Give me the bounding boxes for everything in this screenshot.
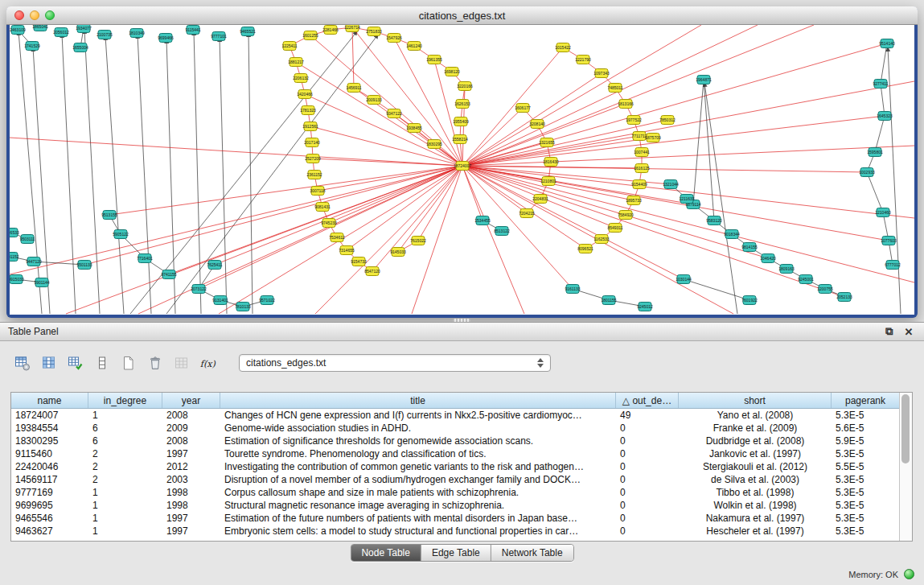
cell-short[interactable]: Stergiakouli et al. (2012) xyxy=(679,460,832,473)
graph-node[interactable]: 1321044 xyxy=(663,180,679,189)
graph-node[interactable]: 9571022 xyxy=(259,296,275,305)
cell-name[interactable]: 19384554 xyxy=(11,422,88,435)
cell-out_degree[interactable]: 0 xyxy=(616,473,679,486)
graph-node[interactable]: 9154409 xyxy=(631,180,647,189)
graph-node[interactable]: 1595801 xyxy=(867,148,883,157)
graph-node[interactable]: 7810133 xyxy=(235,303,251,311)
graph-node[interactable]: 1046420 xyxy=(760,254,776,263)
graph-node[interactable]: 1810349 xyxy=(129,29,145,38)
graph-node[interactable]: 2606533 xyxy=(10,229,19,237)
table-row[interactable]: 946554611997Estimation of the future num… xyxy=(11,512,899,525)
graph-node[interactable]: 7584920 xyxy=(618,211,634,220)
cell-in_degree[interactable]: 2 xyxy=(88,460,162,473)
column-header-name[interactable]: name xyxy=(11,393,88,408)
graph-node[interactable]: 9145033 xyxy=(390,248,406,257)
graph-node[interactable]: 2751833 xyxy=(366,27,382,36)
graph-node[interactable]: 1934077 xyxy=(76,25,92,33)
graph-node[interactable]: 7625411 xyxy=(207,261,222,270)
graph-node[interactable]: 9277411 xyxy=(873,80,888,89)
cell-in_degree[interactable]: 1 xyxy=(88,512,162,525)
table-scrollbar[interactable] xyxy=(899,393,912,541)
graph-node[interactable]: 1801155 xyxy=(601,296,616,305)
graph-node[interactable]: 7485011 xyxy=(607,84,622,93)
graph-node[interactable]: 1097343 xyxy=(593,69,610,78)
cell-pagerank[interactable]: 5.3E-5 xyxy=(832,499,899,512)
graph-node[interactable]: 1809163 xyxy=(778,265,795,274)
graph-node[interactable]: 1606177 xyxy=(515,104,531,113)
column-header-short[interactable]: short xyxy=(679,393,832,408)
graph-node[interactable]: 1077603 xyxy=(881,237,897,245)
graph-node[interactable]: 1558214 xyxy=(452,135,468,144)
graph-node[interactable]: 1534455 xyxy=(474,216,491,225)
cell-title[interactable]: Corpus callosum shape and size in male p… xyxy=(220,486,616,499)
graph-node[interactable]: 1955409 xyxy=(453,117,469,126)
column-header-in_degree[interactable]: in_degree xyxy=(88,393,162,408)
cell-short[interactable]: Wolkin et al. (1998) xyxy=(679,499,832,512)
minimize-window-button[interactable] xyxy=(30,10,39,20)
cell-year[interactable]: 2009 xyxy=(162,422,220,435)
cell-in_degree[interactable]: 1 xyxy=(88,499,162,512)
cell-short[interactable]: de Silva et al. (2003) xyxy=(679,473,832,486)
graph-node[interactable]: 3007118 xyxy=(310,187,325,196)
cell-pagerank[interactable]: 5.3E-5 xyxy=(832,473,899,486)
graph-node[interactable]: 2052133 xyxy=(836,293,852,302)
network-view[interactable]: 2463109186504120560121934077210073517415… xyxy=(10,25,914,315)
cell-pagerank[interactable]: 5.6E-5 xyxy=(832,422,899,435)
graph-node[interactable]: 9503111 xyxy=(20,235,35,244)
graph-node[interactable]: 7615022 xyxy=(410,237,426,245)
graph-node[interactable]: 1616125 xyxy=(634,164,650,173)
table-row[interactable]: 1872400712008Changes of HCN gene express… xyxy=(11,409,899,422)
window-titlebar[interactable]: citations_edges.txt xyxy=(6,6,918,25)
graph-node[interactable]: 1015422 xyxy=(555,43,571,52)
cell-name[interactable]: 9777169 xyxy=(11,486,88,499)
cell-short[interactable]: Dudbridge et al. (2008) xyxy=(679,435,832,447)
graph-node[interactable]: 3220166 xyxy=(457,82,473,91)
close-window-button[interactable] xyxy=(14,10,24,20)
cell-name[interactable]: 22420046 xyxy=(11,460,88,473)
table-row[interactable]: 946362711997Embryonic stem cells: a mode… xyxy=(11,525,899,538)
cell-in_degree[interactable]: 1 xyxy=(88,409,162,422)
graph-node[interactable]: 1741529 xyxy=(24,42,40,51)
graph-node[interactable]: 1645323 xyxy=(877,112,893,121)
delete-table-icon[interactable] xyxy=(146,354,165,372)
graph-node[interactable]: 1321655 xyxy=(539,138,555,147)
graph-node[interactable]: 8549311 xyxy=(607,224,622,233)
close-panel-icon[interactable]: ✕ xyxy=(901,325,916,338)
cell-pagerank[interactable]: 5.3E-5 xyxy=(832,512,899,525)
graph-node[interactable]: 9741155 xyxy=(161,270,176,279)
cell-short[interactable]: Nakamura et al. (1997) xyxy=(679,512,832,525)
table-row[interactable]: 911546021997Tourette syndrome. Phenomeno… xyxy=(11,447,899,460)
cell-year[interactable]: 1998 xyxy=(162,486,220,499)
cell-year[interactable]: 2008 xyxy=(162,409,220,422)
cell-in_degree[interactable]: 1 xyxy=(88,525,162,538)
function-builder-icon[interactable]: f(x) xyxy=(199,354,218,372)
graph-node[interactable]: 7534612 xyxy=(329,233,345,242)
graph-node[interactable]: 18724007 xyxy=(454,162,471,171)
graph-node[interactable]: 1961355 xyxy=(426,56,442,64)
graph-node[interactable]: 9777101 xyxy=(211,32,227,41)
column-header-year[interactable]: year xyxy=(162,393,220,408)
tab-node-table[interactable]: Node Table xyxy=(351,545,421,561)
graph-node[interactable]: 3208140 xyxy=(529,120,545,129)
merge-table-icon[interactable] xyxy=(172,354,191,372)
graph-node[interactable]: 1881217 xyxy=(288,58,304,67)
cell-name[interactable]: 9699695 xyxy=(11,499,88,512)
table-row[interactable]: 1456911722003Disruption of a novel membe… xyxy=(11,473,899,486)
graph-node[interactable]: 1865041 xyxy=(32,25,48,31)
cell-title[interactable]: Estimation of significance thresholds fo… xyxy=(220,435,616,447)
table-row[interactable]: 2242004622012Investigating the contribut… xyxy=(11,460,899,473)
cell-out_degree[interactable]: 49 xyxy=(616,409,679,422)
graph-node[interactable]: 1813166 xyxy=(618,100,634,109)
graph-node[interactable]: 1895733 xyxy=(626,196,642,205)
table-row[interactable]: 969969511998Structural magnetic resonanc… xyxy=(11,499,899,512)
graph-node[interactable]: 9161133 xyxy=(565,285,580,294)
graph-node[interactable]: 1698120 xyxy=(444,68,460,76)
cell-name[interactable]: 18300295 xyxy=(11,435,88,447)
graph-node[interactable]: 1912561 xyxy=(302,122,318,131)
tab-network-table[interactable]: Network Table xyxy=(491,545,573,561)
cell-short[interactable]: Hescheler et al. (1997) xyxy=(679,525,832,538)
network-canvas[interactable]: 2463109186504120560121934077210073517415… xyxy=(10,25,914,315)
graph-node[interactable]: 1964871 xyxy=(696,76,712,84)
graph-node[interactable]: 1225411 xyxy=(281,42,297,51)
graph-node[interactable]: 9915033 xyxy=(10,275,24,284)
